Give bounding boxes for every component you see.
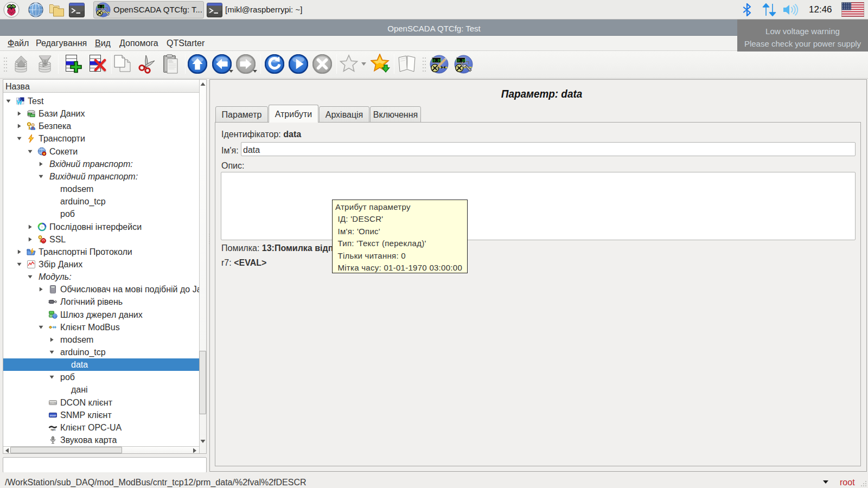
svg-text:10.95: 10.95 (431, 59, 442, 63)
svg-text:opc: opc (51, 427, 56, 431)
svg-text:DCON: DCON (49, 401, 56, 404)
svg-text:10.95: 10.95 (97, 5, 105, 9)
svg-text:SNMP: SNMP (49, 414, 56, 417)
svg-text:10.95: 10.95 (456, 59, 467, 63)
